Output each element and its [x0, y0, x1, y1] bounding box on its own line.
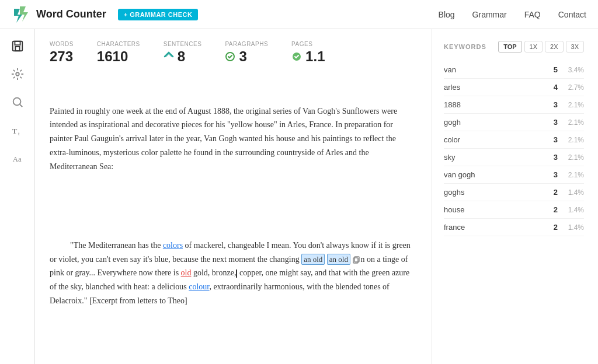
keyword-word: arles — [444, 83, 540, 92]
link-colour[interactable]: colour — [189, 282, 209, 291]
keyword-count: 3 — [540, 118, 558, 127]
svg-line-7 — [20, 104, 22, 107]
keyword-pct: 3.4% — [564, 66, 584, 74]
sidebar-fontsize-icon[interactable]: T t — [9, 122, 26, 138]
keyword-row: van 5 3.4% — [444, 61, 584, 79]
nav-blog[interactable]: Blog — [439, 10, 455, 19]
keyword-row: gogh 3 2.1% — [444, 114, 584, 131]
sidebar-save-icon[interactable] — [9, 38, 26, 54]
link-colors[interactable]: colors — [163, 241, 183, 250]
keyword-pct: 2.1% — [564, 101, 584, 109]
chars-count: 1610 — [97, 48, 128, 65]
keyword-word: van gogh — [444, 170, 540, 179]
content-area: WORDS 273 CHARACTERS 1610 SENTENCES — [35, 29, 598, 364]
keyword-word: gogh — [444, 118, 540, 127]
paragraph-2: "The Mediterranean has the colors of mac… — [50, 225, 417, 322]
stats-bar: WORDS 273 CHARACTERS 1610 SENTENCES — [50, 41, 417, 65]
keyword-count: 2 — [540, 223, 558, 232]
sentences-count: 8 — [178, 48, 185, 65]
paragraph-1: Painted in roughly one week at the end o… — [50, 104, 417, 174]
keyword-row: 1888 3 2.1% — [444, 96, 584, 114]
keyword-count: 3 — [540, 170, 558, 179]
sentences-icon — [164, 51, 174, 62]
tab-3x[interactable]: 3X — [566, 41, 584, 52]
keyword-pct: 2.1% — [564, 136, 584, 144]
keyword-row: france 2 1.4% — [444, 219, 584, 236]
keyword-count: 3 — [540, 153, 558, 162]
paragraphs-count: 3 — [239, 48, 246, 65]
keyword-pct: 2.7% — [564, 83, 584, 92]
main-layout: T t Aa WORDS 273 CHARACTERS — [0, 29, 598, 364]
logo-area: Word Counter + GRAMMAR CHECK — [12, 5, 198, 24]
keyword-row: color 3 2.1% — [444, 131, 584, 149]
svg-point-5 — [16, 72, 19, 76]
stat-characters: CHARACTERS 1610 — [97, 41, 140, 65]
keyword-pct: 1.4% — [564, 223, 584, 232]
stat-words: WORDS 273 — [50, 41, 74, 65]
svg-point-6 — [13, 98, 20, 106]
highlight-an-old-2: an old — [327, 254, 350, 265]
editor-panel[interactable]: WORDS 273 CHARACTERS 1610 SENTENCES — [35, 29, 432, 364]
grammar-check-button[interactable]: + GRAMMAR CHECK — [118, 9, 199, 20]
nav-faq[interactable]: FAQ — [524, 10, 541, 19]
keyword-list: van 5 3.4% arles 4 2.7% 1888 3 2.1% gogh… — [444, 61, 584, 236]
keywords-panel: KEYWORDS TOP 1X 2X 3X van 5 3.4% arles 4… — [432, 29, 596, 364]
nav-grammar[interactable]: Grammar — [472, 10, 507, 19]
words-count: 273 — [50, 48, 73, 65]
highlight-old: old — [181, 268, 192, 277]
keyword-count: 3 — [540, 100, 558, 109]
keyword-count: 5 — [540, 65, 558, 74]
tab-2x[interactable]: 2X — [545, 41, 563, 52]
keywords-header: KEYWORDS TOP 1X 2X 3X — [444, 41, 584, 52]
svg-marker-1 — [20, 6, 28, 22]
keyword-pct: 2.1% — [564, 153, 584, 162]
keyword-row: sky 3 2.1% — [444, 149, 584, 166]
keyword-word: 1888 — [444, 100, 540, 109]
svg-text:T: T — [12, 127, 17, 135]
stat-paragraphs: PARAGRAPHS 3 — [225, 41, 268, 65]
keyword-word: color — [444, 135, 540, 144]
highlight-an-old-1: an old — [301, 254, 325, 265]
paragraphs-icon — [225, 51, 235, 62]
copy-icon[interactable] — [352, 256, 360, 264]
keyword-count: 2 — [540, 188, 558, 197]
keyword-pct: 2.1% — [564, 118, 584, 127]
app-logo-icon — [12, 5, 30, 24]
nav-contact[interactable]: Contact — [558, 10, 586, 19]
pages-count: 1.1 — [305, 48, 325, 65]
svg-text:t: t — [18, 131, 19, 136]
keywords-label: KEYWORDS — [444, 43, 486, 50]
keyword-word: van — [444, 65, 540, 74]
keyword-word: sky — [444, 153, 540, 162]
sidebar-search-icon[interactable] — [9, 94, 26, 110]
editor-content[interactable]: Painted in roughly one week at the end o… — [50, 76, 417, 364]
keyword-word: house — [444, 205, 540, 214]
tab-1x[interactable]: 1X — [524, 41, 543, 52]
main-nav: Blog Grammar FAQ Contact — [439, 10, 586, 19]
keyword-row: van gogh 3 2.1% — [444, 166, 584, 184]
svg-rect-3 — [15, 41, 20, 45]
keyword-row: arles 4 2.7% — [444, 79, 584, 96]
sidebar-settings-icon[interactable] — [9, 66, 26, 82]
stat-pages: PAGES 1.1 — [291, 41, 325, 65]
stat-sentences: SENTENCES 8 — [164, 41, 202, 65]
left-sidebar: T t Aa — [0, 29, 35, 364]
keyword-word: goghs — [444, 188, 540, 197]
header: Word Counter + GRAMMAR CHECK Blog Gramma… — [0, 0, 598, 29]
keyword-tabs: TOP 1X 2X 3X — [498, 41, 584, 52]
keyword-pct: 1.4% — [564, 188, 584, 197]
keyword-row: goghs 2 1.4% — [444, 184, 584, 201]
tab-top[interactable]: TOP — [498, 41, 521, 52]
cursor — [236, 270, 237, 278]
app-title: Word Counter — [36, 8, 106, 20]
keyword-pct: 2.1% — [564, 171, 584, 179]
sidebar-font-icon[interactable]: Aa — [9, 150, 26, 166]
keyword-count: 4 — [540, 83, 558, 92]
pages-icon — [291, 51, 302, 62]
keyword-pct: 1.4% — [564, 206, 584, 214]
keyword-count: 3 — [540, 135, 558, 144]
svg-text:Aa: Aa — [12, 155, 21, 163]
keyword-count: 2 — [540, 205, 558, 214]
svg-rect-4 — [15, 47, 19, 51]
keyword-word: france — [444, 223, 540, 232]
